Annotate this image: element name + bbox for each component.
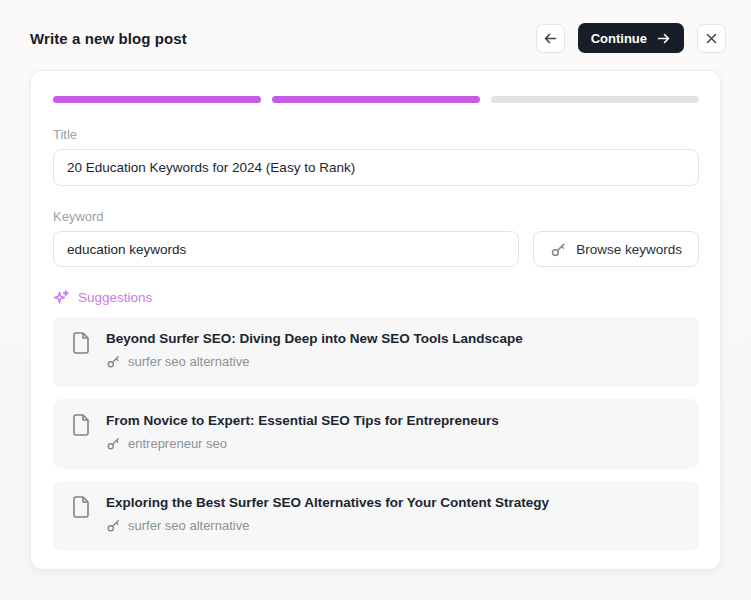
suggestion-keyword: surfer seo alternative (128, 518, 249, 533)
suggestion-keyword-row: surfer seo alternative (106, 518, 549, 533)
suggestion-title: Beyond Surfer SEO: Diving Deep into New … (106, 330, 523, 348)
document-icon (71, 331, 91, 359)
continue-button-label: Continue (591, 31, 647, 46)
progress-segment-3 (491, 96, 699, 103)
suggestion-item[interactable]: Exploring the Best Surfer SEO Alternativ… (53, 481, 699, 551)
page-title: Write a new blog post (30, 30, 187, 47)
sparkles-icon (53, 289, 70, 306)
arrow-right-icon (656, 31, 671, 46)
title-input[interactable] (53, 149, 699, 186)
document-icon (71, 413, 91, 441)
browse-keywords-button[interactable]: Browse keywords (533, 231, 699, 267)
suggestion-keyword-row: entrepreneur seo (106, 436, 499, 451)
document-icon (71, 495, 91, 523)
progress-bar (53, 96, 699, 103)
close-icon (705, 32, 718, 45)
continue-button[interactable]: Continue (578, 23, 684, 53)
suggestions-heading-label: Suggestions (78, 290, 152, 305)
suggestion-title: Exploring the Best Surfer SEO Alternativ… (106, 494, 549, 512)
blog-post-card: Title Keyword Browse keywords Suggestion… (30, 70, 721, 570)
close-button[interactable] (697, 24, 726, 53)
key-icon (550, 241, 567, 258)
suggestion-keyword: surfer seo alternative (128, 354, 249, 369)
suggestion-item[interactable]: From Novice to Expert: Essential SEO Tip… (53, 399, 699, 469)
key-icon (106, 518, 121, 533)
browse-keywords-label: Browse keywords (576, 242, 682, 257)
arrow-left-icon (543, 31, 558, 46)
suggestions-heading: Suggestions (53, 289, 699, 306)
progress-segment-2 (272, 96, 480, 103)
back-button[interactable] (536, 24, 565, 53)
suggestion-item[interactable]: Beyond Surfer SEO: Diving Deep into New … (53, 317, 699, 387)
suggestion-keyword: entrepreneur seo (128, 436, 227, 451)
header-actions: Continue (536, 23, 726, 53)
progress-segment-1 (53, 96, 261, 103)
title-field-label: Title (53, 127, 699, 142)
suggestion-list: Beyond Surfer SEO: Diving Deep into New … (53, 317, 699, 551)
keyword-input[interactable] (53, 231, 519, 267)
keyword-field-label: Keyword (53, 209, 699, 224)
key-icon (106, 436, 121, 451)
suggestion-title: From Novice to Expert: Essential SEO Tip… (106, 412, 499, 430)
keyword-row: Browse keywords (53, 231, 699, 267)
key-icon (106, 354, 121, 369)
dialog-header: Write a new blog post Continue (30, 22, 726, 54)
suggestion-keyword-row: surfer seo alternative (106, 354, 523, 369)
